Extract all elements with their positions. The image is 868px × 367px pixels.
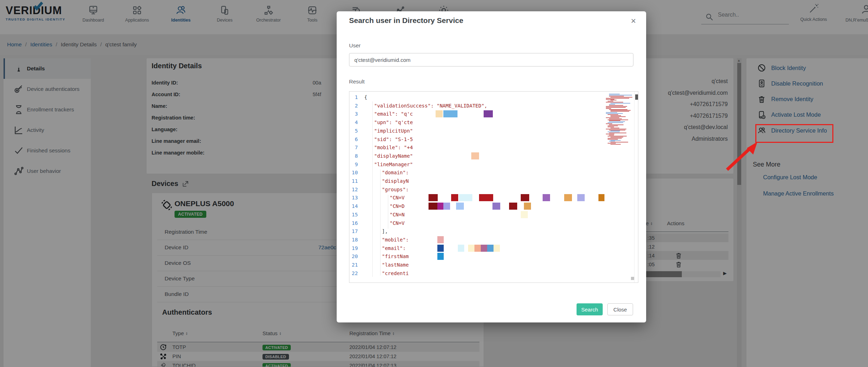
- redaction-box: [479, 194, 493, 201]
- code-line: 15"CN=N: [349, 210, 638, 219]
- redaction-box: [492, 203, 500, 210]
- code-line: 11"displayN: [349, 177, 638, 185]
- code-text: "CN=V: [390, 219, 405, 227]
- redaction-box: [484, 110, 493, 117]
- redaction-box: [437, 253, 444, 260]
- code-line: 17],: [349, 227, 638, 235]
- close-button[interactable]: Close: [607, 303, 633, 315]
- line-number: 11: [349, 177, 358, 185]
- line-number: 7: [349, 143, 358, 152]
- code-text: "sid": "S-1-5: [374, 135, 413, 144]
- redaction-box: [459, 194, 472, 201]
- line-number: 21: [349, 261, 358, 269]
- code-text: ],: [382, 227, 388, 235]
- code-text: "displayName": [374, 152, 413, 160]
- redaction-box: [494, 245, 500, 252]
- line-number: 4: [349, 118, 358, 127]
- line-number: 22: [349, 269, 358, 278]
- code-text: "groups":: [382, 185, 409, 194]
- json-result-editor[interactable]: 1{2"validationSuccess": "NAME_VALIDATED"…: [349, 91, 638, 283]
- redaction-box: [437, 245, 444, 252]
- code-text: "email": "q'c: [374, 110, 413, 118]
- code-line: 20"firstNam: [349, 252, 638, 261]
- code-line: 10"domain":: [349, 168, 638, 177]
- redaction-box: [471, 152, 479, 159]
- code-line: 22"credenti: [349, 269, 638, 278]
- code-text: "lastName: [382, 261, 409, 269]
- redaction-box: [598, 194, 604, 201]
- code-text: "firstNam: [382, 252, 409, 261]
- code-line: 16"CN=V: [349, 219, 638, 227]
- redaction-box: [509, 203, 517, 210]
- redaction-box: [443, 110, 457, 117]
- redaction-box: [524, 203, 531, 210]
- code-line: 13"CN=V: [349, 193, 638, 202]
- redaction-box: [564, 194, 572, 201]
- redaction-box: [429, 203, 437, 210]
- redaction-box: [443, 203, 450, 210]
- line-number: 13: [349, 193, 358, 202]
- redaction-box: [521, 194, 529, 201]
- code-line: 1{: [349, 93, 638, 101]
- veridium-admin-app: VERIDIUM TRUSTED DIGITAL IDENTITY Dashbo…: [0, 0, 868, 367]
- code-text: "implicitUpn": [374, 127, 413, 135]
- redaction-box: [577, 194, 585, 201]
- line-number: 16: [349, 219, 358, 227]
- redaction-box: [429, 194, 438, 201]
- redaction-box: [521, 211, 528, 218]
- redaction-box: [468, 245, 474, 252]
- code-line: 18"mobile":: [349, 235, 638, 244]
- editor-scrollbar[interactable]: [634, 92, 638, 282]
- editor-minimap: [605, 94, 633, 242]
- line-number: 8: [349, 152, 358, 160]
- code-text: "domain":: [382, 168, 409, 177]
- redaction-box: [458, 245, 464, 252]
- code-line: 5"implicitUpn": [349, 127, 638, 135]
- redaction-box: [487, 245, 494, 252]
- redaction-box: [436, 110, 443, 117]
- code-line: 8"displayName": [349, 152, 638, 160]
- redaction-box: [474, 245, 481, 252]
- code-text: "email":: [382, 244, 406, 252]
- line-number: 6: [349, 135, 358, 144]
- code-line: 7"mobile": "+4: [349, 143, 638, 152]
- search-button[interactable]: Search: [577, 303, 603, 315]
- redaction-box: [437, 203, 443, 210]
- redaction-box: [481, 245, 487, 252]
- code-text: "displayN: [382, 177, 409, 185]
- line-number: 12: [349, 185, 358, 194]
- line-number: 15: [349, 210, 358, 219]
- code-line: 21"lastName: [349, 261, 638, 269]
- code-text: "mobile":: [382, 235, 409, 244]
- line-number: 5: [349, 127, 358, 135]
- code-line: 2"validationSuccess": "NAME_VALIDATED",: [349, 101, 638, 110]
- line-number: 1: [349, 93, 358, 101]
- line-number: 2: [349, 101, 358, 110]
- directory-service-modal: Search user in Directory Service ✕ User …: [337, 11, 646, 322]
- line-number: 3: [349, 110, 358, 118]
- line-number: 19: [349, 244, 358, 252]
- code-text: "CN=V: [390, 193, 405, 202]
- result-label: Result: [349, 78, 365, 85]
- redaction-box: [437, 236, 444, 243]
- redaction-box: [451, 194, 458, 201]
- code-text: {: [364, 93, 367, 101]
- code-text: "CN=N: [390, 210, 405, 219]
- code-line: 3"email": "q'c: [349, 110, 638, 118]
- annotation-arrow: [714, 136, 767, 179]
- modal-close-icon[interactable]: ✕: [631, 17, 636, 25]
- code-line: 6"sid": "S-1-5: [349, 135, 638, 144]
- line-number: 20: [349, 252, 358, 261]
- line-number: 10: [349, 168, 358, 177]
- line-number: 18: [349, 235, 358, 244]
- code-text: "credenti: [382, 269, 409, 278]
- code-text: "validationSuccess": "NAME_VALIDATED",: [374, 101, 487, 110]
- user-search-input[interactable]: [349, 53, 633, 66]
- line-number: 17: [349, 227, 358, 235]
- code-line: 12"groups":: [349, 185, 638, 194]
- code-text: "lineManager": [374, 160, 413, 169]
- line-number: 14: [349, 202, 358, 210]
- code-text: "CN=D: [390, 202, 405, 210]
- editor-resize-handle[interactable]: [631, 277, 634, 280]
- line-number: 9: [349, 160, 358, 169]
